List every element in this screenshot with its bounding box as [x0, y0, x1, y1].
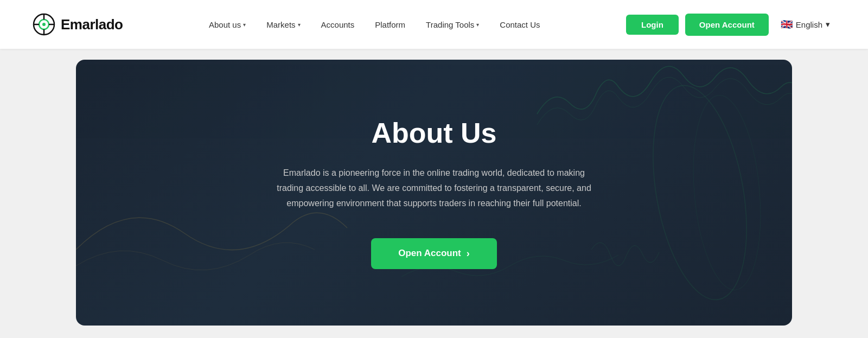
- hero-card: About Us Emarlado is a pioneering force …: [76, 60, 792, 326]
- hero-title: About Us: [371, 117, 496, 149]
- arrow-right-icon: ›: [467, 248, 470, 259]
- chevron-down-icon: ▾: [243, 22, 246, 28]
- logo[interactable]: Emarlado: [33, 13, 123, 36]
- nav-label-contact-us: Contact Us: [500, 20, 540, 29]
- nav-label-markets: Markets: [266, 20, 295, 29]
- logo-text: Emarlado: [61, 16, 123, 33]
- main-content: About Us Emarlado is a pioneering force …: [0, 49, 868, 336]
- nav-item-trading-tools[interactable]: Trading Tools ▾: [418, 16, 487, 34]
- hero-description: Emarlado is a pioneering force in the on…: [271, 165, 597, 211]
- nav-item-about-us[interactable]: About us ▾: [201, 16, 253, 34]
- nav-item-platform[interactable]: Platform: [367, 16, 413, 34]
- emarlado-logo-icon: [33, 13, 55, 36]
- nav-item-contact-us[interactable]: Contact Us: [492, 16, 547, 34]
- language-label: English: [796, 20, 822, 29]
- svg-point-8: [686, 92, 768, 292]
- nav-label-trading-tools: Trading Tools: [426, 20, 474, 29]
- chevron-down-icon: ▾: [476, 22, 479, 28]
- open-account-button[interactable]: Open Account: [685, 14, 769, 36]
- nav-item-markets[interactable]: Markets ▾: [259, 16, 308, 34]
- language-selector[interactable]: 🇬🇧 English ▾: [775, 15, 835, 34]
- nav-item-accounts[interactable]: Accounts: [314, 16, 362, 34]
- nav-actions: Login Open Account 🇬🇧 English ▾: [626, 14, 835, 36]
- nav-label-platform: Platform: [375, 20, 405, 29]
- nav-label-accounts: Accounts: [321, 20, 355, 29]
- chevron-down-icon: ▾: [298, 22, 301, 28]
- svg-point-6: [42, 23, 46, 26]
- navbar: Emarlado About us ▾ Markets ▾ Accounts P…: [0, 0, 868, 49]
- hero-open-account-button[interactable]: Open Account ›: [371, 238, 497, 269]
- flag-icon: 🇬🇧: [781, 18, 793, 30]
- nav-label-about-us: About us: [209, 20, 241, 29]
- hero-cta-label: Open Account: [398, 248, 461, 259]
- nav-links: About us ▾ Markets ▾ Accounts Platform T…: [201, 16, 548, 34]
- chevron-down-icon: ▾: [826, 20, 830, 29]
- svg-point-7: [638, 78, 761, 307]
- login-button[interactable]: Login: [626, 15, 679, 35]
